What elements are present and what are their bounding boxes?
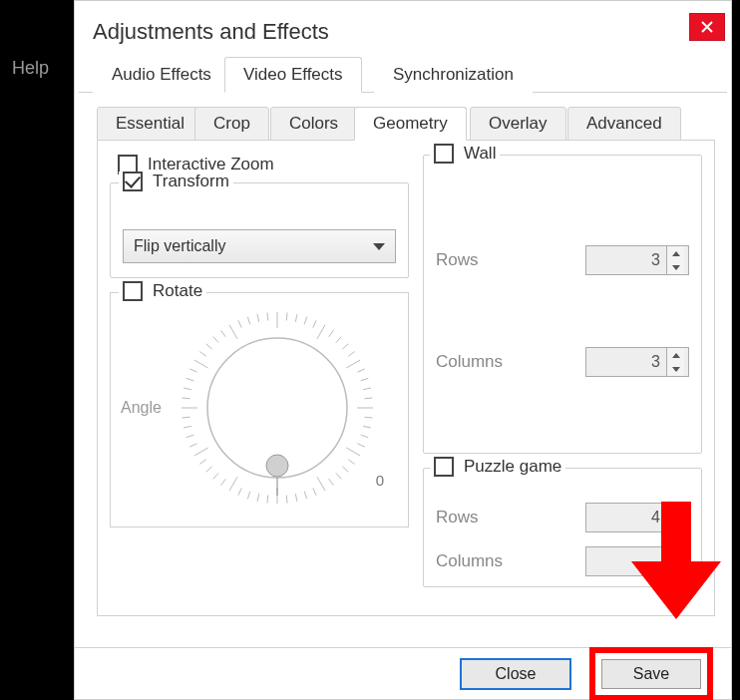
- wall-rows-spinner[interactable]: 3: [585, 245, 689, 275]
- svg-line-25: [317, 477, 325, 491]
- svg-line-36: [221, 479, 226, 485]
- rotate-dial[interactable]: 0: [173, 303, 382, 513]
- svg-line-34: [238, 488, 241, 495]
- svg-line-49: [189, 369, 196, 372]
- svg-line-37: [213, 473, 218, 479]
- svg-line-9: [348, 352, 354, 357]
- spinner-up-icon[interactable]: [666, 504, 684, 518]
- svg-line-20: [346, 448, 360, 456]
- svg-line-46: [183, 398, 190, 399]
- spinner-up-icon[interactable]: [666, 348, 684, 362]
- svg-line-57: [247, 317, 249, 325]
- svg-line-13: [363, 388, 371, 390]
- svg-line-54: [221, 330, 226, 336]
- sub-tabs: Essential Crop Colors Geometry Overlay A…: [97, 107, 715, 141]
- tab-video-effects[interactable]: Video Effects: [224, 57, 362, 93]
- svg-line-39: [199, 460, 205, 465]
- puzzle-columns-spinner[interactable]: 4: [585, 546, 689, 576]
- puzzle-columns-value: 4: [586, 552, 685, 570]
- svg-point-61: [266, 455, 288, 477]
- wall-columns-spinner[interactable]: 3: [585, 347, 689, 377]
- rotate-group: Rotate Angle 0: [110, 292, 409, 527]
- tab-synchronization[interactable]: Synchronization: [374, 57, 533, 93]
- svg-line-2: [295, 314, 297, 322]
- svg-line-38: [206, 467, 212, 472]
- svg-line-6: [329, 330, 334, 336]
- svg-line-55: [229, 325, 237, 339]
- svg-line-4: [313, 320, 316, 327]
- svg-line-22: [342, 467, 348, 472]
- puzzle-group: Puzzle game Rows 4: [423, 468, 702, 587]
- svg-line-23: [336, 473, 341, 479]
- svg-line-10: [346, 360, 360, 368]
- svg-line-50: [194, 360, 208, 368]
- angle-label: Angle: [121, 399, 167, 417]
- tab-colors[interactable]: Colors: [270, 107, 357, 141]
- svg-line-18: [361, 435, 369, 437]
- svg-line-19: [357, 444, 364, 447]
- dialog-title-bar: Adjustments and Effects: [75, 1, 731, 57]
- svg-line-33: [247, 492, 249, 500]
- wall-checkbox[interactable]: [434, 144, 454, 164]
- wall-rows-label: Rows: [436, 250, 479, 270]
- spinner-up-icon[interactable]: [666, 246, 684, 260]
- tab-geometry[interactable]: Geometry: [354, 107, 467, 141]
- svg-line-35: [229, 477, 237, 491]
- close-button[interactable]: Close: [460, 658, 571, 690]
- rotate-zero-label: 0: [376, 472, 384, 489]
- rotate-label: Rotate: [153, 281, 202, 301]
- wall-group: Wall Rows 3: [423, 155, 702, 454]
- puzzle-rows-spinner[interactable]: 4: [585, 503, 689, 532]
- geometry-pane: Interactive Zoom Transform Flip vertical…: [97, 141, 715, 616]
- svg-line-47: [184, 388, 191, 390]
- wall-label: Wall: [464, 144, 496, 164]
- spinner-down-icon[interactable]: [666, 260, 684, 274]
- tab-essential[interactable]: Essential: [97, 107, 203, 141]
- rotate-checkbox[interactable]: [123, 281, 143, 301]
- transform-label: Transform: [153, 172, 229, 191]
- transform-combo[interactable]: Flip vertically: [123, 229, 396, 263]
- svg-line-56: [238, 320, 241, 327]
- svg-line-14: [365, 398, 373, 399]
- svg-line-41: [189, 444, 196, 447]
- svg-line-8: [342, 344, 348, 349]
- spinner-down-icon[interactable]: [666, 362, 684, 376]
- svg-line-16: [365, 417, 373, 418]
- svg-line-42: [186, 435, 194, 437]
- svg-line-44: [183, 417, 190, 418]
- svg-line-17: [363, 426, 371, 428]
- help-menu-item[interactable]: Help: [12, 58, 49, 79]
- svg-line-59: [267, 313, 268, 321]
- tab-overlay[interactable]: Overlay: [470, 107, 566, 141]
- close-icon[interactable]: [689, 13, 725, 41]
- svg-line-7: [336, 337, 341, 343]
- tab-advanced[interactable]: Advanced: [567, 107, 681, 141]
- tab-audio-effects[interactable]: Audio Effects: [93, 57, 230, 93]
- svg-line-28: [295, 494, 297, 502]
- svg-line-24: [329, 479, 334, 485]
- puzzle-label: Puzzle game: [464, 457, 561, 477]
- svg-line-21: [348, 460, 354, 465]
- svg-line-52: [206, 344, 212, 349]
- save-button[interactable]: Save: [601, 659, 701, 689]
- svg-line-1: [286, 313, 287, 321]
- tab-crop[interactable]: Crop: [194, 107, 269, 141]
- transform-group: Transform Flip vertically: [110, 182, 409, 278]
- svg-line-12: [361, 378, 369, 380]
- chevron-down-icon: [373, 243, 385, 250]
- save-button-highlight: Save: [589, 647, 713, 701]
- dialog-footer: Close Save: [75, 647, 731, 699]
- transform-combo-value: Flip vertically: [134, 237, 225, 255]
- spinner-down-icon[interactable]: [666, 518, 684, 531]
- adjustments-effects-dialog: Adjustments and Effects Audio Effects Vi…: [74, 0, 732, 700]
- svg-line-58: [257, 314, 259, 322]
- transform-checkbox[interactable]: [123, 172, 143, 191]
- svg-line-3: [304, 317, 306, 325]
- puzzle-columns-label: Columns: [436, 551, 503, 571]
- svg-line-26: [313, 488, 316, 495]
- puzzle-checkbox[interactable]: [434, 457, 454, 477]
- dialog-title: Adjustments and Effects: [93, 19, 329, 45]
- svg-line-53: [213, 337, 218, 343]
- main-tabs: Audio Effects Video Effects Synchronizat…: [79, 57, 727, 93]
- svg-line-32: [257, 494, 259, 502]
